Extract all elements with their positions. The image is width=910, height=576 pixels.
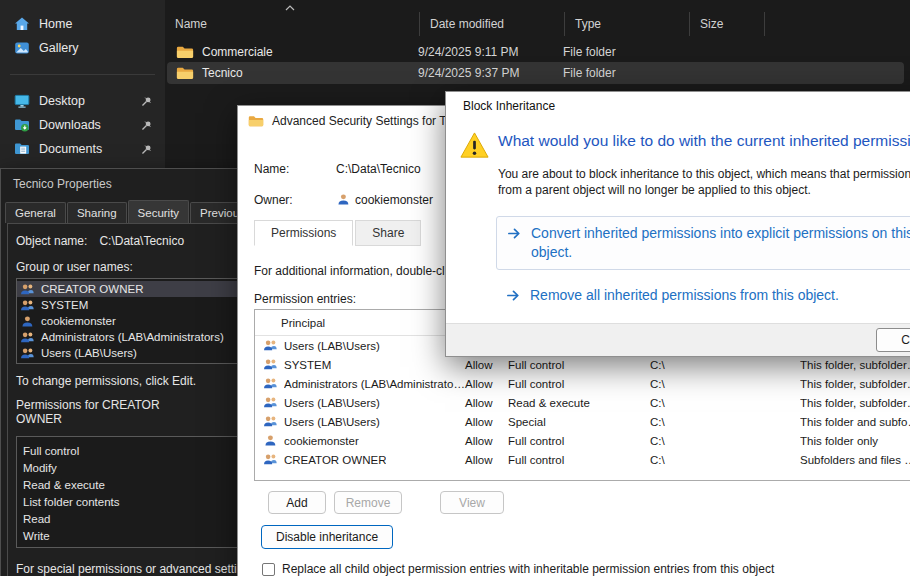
sidebar-item-label: Home	[39, 17, 72, 31]
convert-permissions-command-link[interactable]: Convert inherited permissions into expli…	[496, 216, 910, 270]
column-header-date-modified[interactable]: Date modified	[420, 12, 565, 36]
sidebar-item-home[interactable]: Home	[4, 12, 161, 36]
file-name-cell: Commerciale	[167, 45, 418, 60]
table-row[interactable]: Users (LAB\Users) Allow Special C:\ This…	[255, 412, 910, 431]
column-header-row: Name Date modified Type Size	[165, 12, 910, 36]
sidebar-item-documents[interactable]: Documents	[4, 137, 161, 161]
table-row[interactable]: CREATOR OWNER Allow Full control C:\ Sub…	[255, 450, 910, 469]
column-header-size[interactable]: Size	[690, 12, 765, 36]
remove-button[interactable]: Remove	[334, 491, 402, 514]
tab-permissions[interactable]: Permissions	[254, 220, 353, 246]
group-icon	[20, 331, 35, 344]
table-row[interactable]: Users (LAB\Users) Allow Read & execute C…	[255, 393, 910, 412]
sidebar-item-label: Desktop	[39, 94, 85, 108]
column-header-name[interactable]: Name	[165, 12, 420, 36]
file-row-tecnico[interactable]: Tecnico 9/24/2025 9:37 PM File folder	[167, 62, 904, 84]
group-icon	[263, 453, 278, 466]
tab-general[interactable]: General	[5, 202, 66, 223]
folder-icon	[176, 45, 194, 60]
desktop-icon	[14, 93, 30, 109]
permission-entries-label: Permission entries:	[254, 292, 356, 306]
group-icon	[263, 377, 278, 390]
group-icon	[263, 358, 278, 371]
group-icon	[20, 347, 35, 360]
block-dialog-body: What would you like to do with the curre…	[446, 120, 910, 325]
downloads-icon	[14, 117, 30, 133]
file-name-cell: Tecnico	[167, 66, 418, 81]
documents-icon	[14, 141, 30, 157]
warning-icon	[459, 130, 490, 161]
block-dialog-footer: Cancel	[446, 323, 910, 356]
sort-ascending-icon	[285, 5, 295, 11]
tab-share[interactable]: Share	[355, 220, 421, 246]
tab-sharing[interactable]: Sharing	[67, 202, 127, 223]
table-row[interactable]: cookiemonster Allow Full control C:\ Thi…	[255, 431, 910, 450]
object-name-value: C:\Data\Tecnico	[99, 234, 184, 248]
gallery-icon	[14, 40, 30, 56]
table-row[interactable]: Administrators (LAB\Administrators) Allo…	[255, 374, 910, 393]
sidebar-item-label: Documents	[39, 142, 102, 156]
user-icon	[20, 315, 35, 328]
cancel-button[interactable]: Cancel	[876, 328, 910, 352]
dialog-title: Tecnico Properties	[13, 177, 112, 191]
group-icon	[20, 299, 35, 312]
sidebar-item-label: Downloads	[39, 118, 101, 132]
dialog-heading: What would you like to do with the curre…	[498, 132, 910, 150]
sidebar-item-gallery[interactable]: Gallery	[4, 36, 161, 60]
owner-label: Owner:	[254, 193, 336, 207]
dialog-title: Block Inheritance	[463, 99, 555, 113]
sidebar-item-label: Gallery	[39, 41, 79, 55]
pin-icon	[140, 95, 153, 108]
replace-permissions-row: Replace all child object permission entr…	[262, 562, 774, 576]
advanced-tabs: Permissions Share	[254, 220, 423, 246]
name-label: Name:	[254, 162, 336, 176]
table-row[interactable]: SYSTEM Allow Full control C:\ This folde…	[255, 355, 910, 374]
pin-icon	[140, 119, 153, 132]
file-date-cell: 9/24/2025 9:37 PM	[418, 66, 563, 80]
home-icon	[14, 16, 30, 32]
view-button[interactable]: View	[440, 491, 504, 514]
arrow-right-icon	[506, 288, 521, 303]
block-dialog-titlebar[interactable]: Block Inheritance	[446, 92, 910, 120]
sidebar-item-desktop[interactable]: Desktop	[4, 89, 161, 113]
user-icon	[336, 193, 351, 206]
desktop-screen: Home Gallery Desktop Downloads Documents…	[0, 0, 910, 576]
dialog-body-text: You are about to block inheritance to th…	[498, 166, 910, 198]
group-icon	[263, 396, 278, 409]
folder-icon	[176, 66, 194, 81]
file-type-cell: File folder	[563, 66, 688, 80]
folder-icon	[248, 115, 264, 128]
file-date-cell: 9/24/2025 9:11 PM	[418, 45, 563, 59]
disable-inheritance-button[interactable]: Disable inheritance	[261, 525, 393, 549]
owner-value: cookiemonster	[355, 193, 433, 207]
permissions-for-label: Permissions for CREATOR OWNER	[16, 398, 186, 426]
sidebar-item-downloads[interactable]: Downloads	[4, 113, 161, 137]
name-value: C:\Data\Tecnico	[336, 162, 421, 176]
remove-permissions-command-link[interactable]: Remove all inherited permissions from th…	[506, 286, 839, 303]
group-icon	[20, 283, 35, 296]
file-row-commerciale[interactable]: Commerciale 9/24/2025 9:11 PM File folde…	[167, 41, 904, 63]
replace-permissions-checkbox[interactable]	[262, 563, 275, 576]
group-icon	[263, 415, 278, 428]
file-type-cell: File folder	[563, 45, 688, 59]
table-buttons: Add Remove View	[254, 491, 654, 514]
arrow-right-icon	[507, 226, 522, 241]
user-icon	[263, 434, 278, 447]
block-inheritance-dialog: Block Inheritance What would you like to…	[445, 91, 910, 357]
pin-icon	[140, 143, 153, 156]
column-header-type[interactable]: Type	[565, 12, 690, 36]
add-button[interactable]: Add	[268, 491, 326, 514]
object-name-label: Object name:	[16, 234, 87, 248]
group-icon	[263, 339, 278, 352]
tab-security[interactable]: Security	[128, 200, 190, 223]
replace-permissions-label: Replace all child object permission entr…	[282, 562, 774, 576]
principal-column-header[interactable]: Principal	[255, 317, 325, 329]
sidebar-separator	[0, 60, 165, 89]
